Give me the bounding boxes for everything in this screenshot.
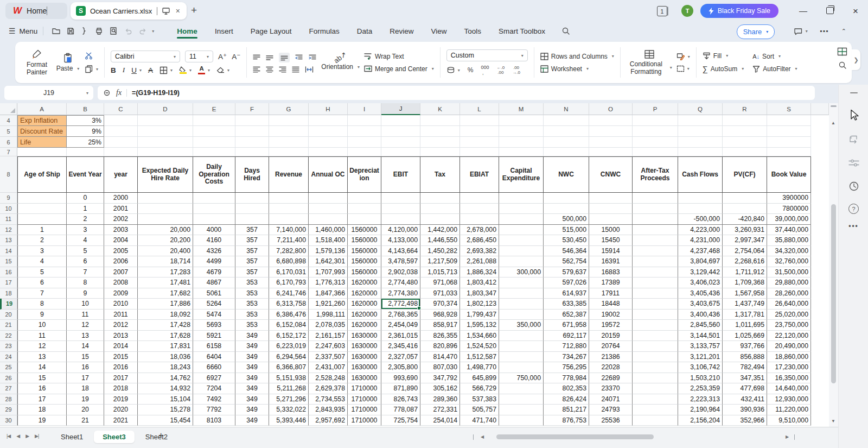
cell-K28[interactable]: 289,360 (420, 394, 460, 405)
cell-J7[interactable] (381, 148, 420, 156)
copy-button[interactable]: ▾ (85, 65, 98, 73)
cell-D18[interactable]: 17,682 (138, 288, 193, 299)
cell-C6[interactable] (104, 137, 138, 148)
cell-H16[interactable]: 1,707,993 (309, 267, 348, 278)
cell-J22[interactable]: 2,361,015 (381, 331, 420, 342)
cell-Q30[interactable]: 2,156,204 (678, 415, 723, 426)
cell-B12[interactable]: 3 (67, 225, 104, 236)
cell-L6[interactable] (460, 137, 499, 148)
row-header-6[interactable]: 6 (0, 137, 17, 148)
cell-O15[interactable]: 16391 (589, 256, 633, 267)
underline-button[interactable]: U▾ (131, 66, 142, 74)
cell-N25[interactable]: 756,295 (544, 362, 589, 373)
cell-A19[interactable]: 8 (17, 299, 67, 310)
cell-Q16[interactable]: 3,129,442 (678, 267, 723, 278)
column-header-F[interactable]: F (235, 103, 269, 115)
cell-G24[interactable]: 6,294,564 (269, 352, 309, 363)
cell-I20[interactable]: 1620000 (348, 310, 381, 320)
cell-F26[interactable]: 349 (235, 373, 269, 384)
cell-H25[interactable]: 2,431,007 (309, 362, 348, 373)
cell-M6[interactable] (499, 137, 544, 148)
cell-A9[interactable] (17, 193, 67, 204)
add-sheet-button[interactable]: + (158, 431, 163, 440)
cell-B17[interactable]: 8 (67, 277, 104, 288)
cell-I12[interactable]: 1560000 (348, 225, 381, 236)
cell-F7[interactable] (235, 148, 269, 156)
collapse-sidebar-icon[interactable] (839, 92, 868, 93)
cell-N26[interactable]: 778,984 (544, 373, 589, 384)
cell-I27[interactable]: 1710000 (348, 383, 381, 394)
cell-F16[interactable]: 357 (235, 267, 269, 278)
cell-B30[interactable]: 21 (67, 415, 104, 426)
cell-O18[interactable]: 17911 (589, 288, 633, 299)
cell-S4[interactable] (767, 115, 811, 126)
cell-C13[interactable]: 2004 (104, 235, 138, 246)
cell-B11[interactable]: 2 (67, 214, 104, 225)
cell-K10[interactable] (420, 204, 460, 214)
cell-G22[interactable]: 6,152,172 (269, 331, 309, 342)
cell-P16[interactable] (633, 267, 678, 278)
cell-A16[interactable]: 5 (17, 267, 67, 278)
cell-A21[interactable]: 10 (17, 320, 67, 331)
cell-styles-button[interactable]: ▾ (676, 53, 690, 60)
cell-B26[interactable]: 17 (67, 373, 104, 384)
cell-E5[interactable] (193, 126, 235, 137)
cell-S7[interactable] (767, 148, 811, 156)
cell-A26[interactable]: 15 (17, 373, 67, 384)
cell-I30[interactable]: 1710000 (348, 415, 381, 426)
font-name-select[interactable]: Calibri▾ (111, 51, 180, 62)
cell-D14[interactable]: 20,400 (138, 246, 193, 257)
more-options-icon[interactable]: ⋯ (820, 26, 829, 36)
cell-N13[interactable]: 530,450 (544, 235, 589, 246)
cell-C4[interactable] (104, 115, 138, 126)
cell-A29[interactable]: 18 (17, 405, 67, 415)
print-button[interactable] (94, 27, 104, 36)
cell-G15[interactable]: 6,680,898 (269, 256, 309, 267)
cell-R23[interactable]: 937,766 (723, 341, 767, 352)
cell-C30[interactable]: 2021 (104, 415, 138, 426)
cell-L17[interactable]: 1,803,412 (460, 277, 499, 288)
cell-D13[interactable]: 20,200 (138, 235, 193, 246)
row-header-12[interactable]: 12 (0, 225, 17, 236)
cell-N20[interactable]: 652,387 (544, 310, 589, 320)
column-header-M[interactable]: M (499, 103, 544, 115)
vertical-scrollbar[interactable]: ▲ ▼ (829, 103, 838, 427)
cell-M8[interactable]: Capital Expenditure (499, 156, 544, 193)
column-header-H[interactable]: H (309, 103, 348, 115)
cell-P10[interactable] (633, 204, 678, 214)
cell-R12[interactable]: 3,260,931 (723, 225, 767, 236)
cell-I19[interactable]: 1620000 (348, 299, 381, 310)
cell-B24[interactable]: 15 (67, 352, 104, 363)
cell-Q29[interactable]: 2,190,964 (678, 405, 723, 415)
new-tab-button[interactable]: + (191, 4, 197, 16)
formula-input[interactable]: fx =(G19-H19-I19) (98, 86, 815, 100)
row-header-14[interactable]: 14 (0, 246, 17, 257)
cell-Q8[interactable]: Cash Flows (678, 156, 723, 193)
cell-S14[interactable]: 34,320,000 (767, 246, 811, 257)
currency-button[interactable]: ▾ (446, 66, 460, 74)
cell-A30[interactable]: 19 (17, 415, 67, 426)
zoom-formula-icon[interactable] (103, 89, 111, 97)
cell-G23[interactable]: 6,223,019 (269, 341, 309, 352)
cell-Q18[interactable]: 3,405,436 (678, 288, 723, 299)
cell-Q6[interactable] (678, 137, 723, 148)
cell-I17[interactable]: 1620000 (348, 277, 381, 288)
cell-Q28[interactable]: 2,223,313 (678, 394, 723, 405)
column-header-C[interactable]: C (104, 103, 138, 115)
close-document-icon[interactable]: × (175, 7, 181, 15)
close-window-button[interactable]: × (853, 6, 858, 17)
cell-K20[interactable]: 968,928 (420, 310, 460, 320)
cell-M21[interactable]: 350,000 (499, 320, 544, 331)
cell-S19[interactable]: 26,640,000 (767, 299, 811, 310)
cell-F4[interactable] (235, 115, 269, 126)
cell-H27[interactable]: 2,629,378 (309, 383, 348, 394)
cell-J30[interactable]: 725,754 (381, 415, 420, 426)
cell-C12[interactable]: 2003 (104, 225, 138, 236)
table-style-button[interactable]: ▾ (676, 65, 690, 72)
cell-Q10[interactable] (678, 204, 723, 214)
find-icon[interactable] (838, 61, 847, 70)
cell-N7[interactable] (544, 148, 589, 156)
settings-sliders-icon[interactable] (839, 159, 868, 167)
cell-J28[interactable]: 826,743 (381, 394, 420, 405)
cell-K16[interactable]: 1,015,713 (420, 267, 460, 278)
